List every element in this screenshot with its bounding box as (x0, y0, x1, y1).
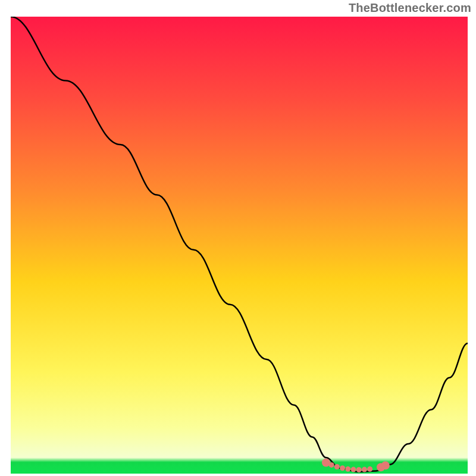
marker-dot (345, 466, 350, 472)
watermark-text: TheBottlenecker.com (349, 1, 471, 15)
chart-stage: TheBottlenecker.com (0, 0, 476, 476)
marker-dot (381, 461, 390, 469)
marker-dot (351, 467, 356, 472)
marker-dot (334, 464, 340, 469)
marker-dot (367, 466, 372, 472)
plot-area (11, 17, 468, 474)
gradient-background (11, 17, 468, 474)
marker-dot (329, 462, 334, 468)
bottleneck-chart (11, 17, 468, 474)
marker-dot (356, 467, 362, 472)
marker-dot (340, 465, 345, 471)
marker-dot (362, 467, 367, 472)
